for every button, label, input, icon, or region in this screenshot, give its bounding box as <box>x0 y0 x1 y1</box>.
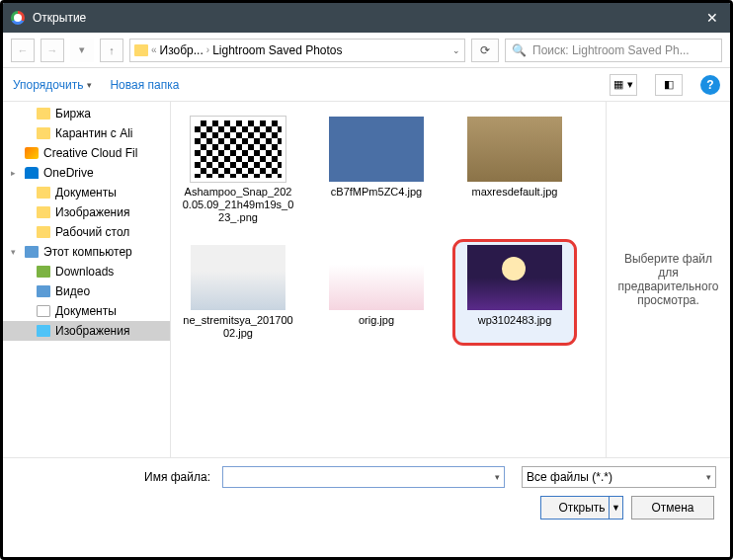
new-folder-button[interactable]: Новая папка <box>110 78 179 92</box>
title-bar: Открытие ✕ <box>3 3 730 33</box>
folder-icon <box>37 305 50 317</box>
sidebar-item[interactable]: ▾Этот компьютер <box>3 242 170 262</box>
toolbar: Упорядочить ▾ Новая папка ▦ ▾ ◧ ? <box>3 68 730 102</box>
sidebar-item-label: OneDrive <box>43 166 94 180</box>
file-label: maxresdefault.jpg <box>472 186 558 199</box>
sidebar-item-label: Downloads <box>55 265 114 279</box>
thumbnail-image <box>467 117 562 182</box>
thumbnail-image <box>329 245 424 310</box>
close-icon[interactable]: ✕ <box>702 10 722 26</box>
footer: Имя файла: ▾ Все файлы (*.*) ▾ Открыть ▼… <box>3 457 730 533</box>
sidebar-item[interactable]: Видео <box>3 281 170 301</box>
filename-input[interactable] <box>222 466 505 488</box>
thumbnail-image <box>191 245 285 310</box>
cancel-button[interactable]: Отмена <box>631 496 714 520</box>
breadcrumb[interactable]: « Изобр... › Lightroom Saved Photos ⌄ <box>129 39 465 62</box>
thumbnail-image <box>467 245 562 310</box>
refresh-button[interactable]: ⟳ <box>471 39 499 62</box>
chevron-down-icon: ▾ <box>706 472 711 482</box>
sidebar-item[interactable]: Downloads <box>3 262 170 281</box>
window-title: Открытие <box>33 11 702 25</box>
sidebar-item-label: Документы <box>55 304 117 318</box>
preview-text: Выберите файл для предварительного просм… <box>616 252 720 307</box>
organize-menu[interactable]: Упорядочить ▾ <box>13 78 92 92</box>
sidebar-item[interactable]: Документы <box>3 183 170 202</box>
file-thumbnail[interactable]: wp3102483.jpg <box>455 242 574 343</box>
file-thumbnail[interactable]: maxresdefault.jpg <box>455 114 574 228</box>
file-thumbnail[interactable]: Ashampoo_Snap_2020.05.09_21h49m19s_023_.… <box>179 114 297 228</box>
sidebar-item[interactable]: Изображения <box>3 321 170 341</box>
sidebar-item[interactable]: Карантин с Ali <box>3 123 170 143</box>
folder-icon <box>25 246 39 258</box>
sidebar-item-label: Документы <box>55 186 117 200</box>
folder-icon <box>25 147 39 159</box>
sidebar-item-label: Биржа <box>55 107 91 120</box>
sidebar-item[interactable]: Документы <box>3 301 170 321</box>
address-bar: ← → ▾ ↑ « Изобр... › Lightroom Saved Pho… <box>3 33 730 68</box>
recent-dropdown[interactable]: ▾ <box>70 39 94 62</box>
thumbnail-image <box>329 117 424 182</box>
folder-icon <box>37 325 50 337</box>
file-label: cB7fMPm5ZC4.jpg <box>331 186 422 199</box>
folder-icon <box>37 206 50 218</box>
chevron-left-icon: « <box>151 44 157 55</box>
sidebar: БиржаКарантин с AliCreative Cloud Fil▸On… <box>3 102 171 457</box>
search-icon: 🔍 <box>512 43 527 57</box>
view-mode-button[interactable]: ▦ ▾ <box>610 74 637 96</box>
sidebar-item[interactable]: ▸OneDrive <box>3 163 170 183</box>
file-thumbnail[interactable]: ne_stremitsya_20170002.jpg <box>179 242 297 343</box>
sidebar-item-label: Видео <box>55 284 90 298</box>
thumbnail-image <box>191 117 285 182</box>
file-thumbnail[interactable]: orig.jpg <box>317 242 436 343</box>
file-area: Ashampoo_Snap_2020.05.09_21h49m19s_023_.… <box>171 102 606 457</box>
chrome-icon <box>11 11 25 25</box>
preview-pane: Выберите файл для предварительного просм… <box>606 102 730 457</box>
filename-dropdown[interactable]: ▾ <box>495 472 500 482</box>
folder-icon <box>134 44 148 56</box>
folder-icon <box>37 187 50 199</box>
chevron-down-icon[interactable]: ⌄ <box>452 45 460 55</box>
search-placeholder: Поиск: Lightroom Saved Ph... <box>532 43 690 57</box>
sidebar-item-label: Этот компьютер <box>43 245 132 259</box>
expand-icon[interactable]: ▸ <box>11 168 16 178</box>
folder-icon <box>37 285 50 297</box>
file-label: wp3102483.jpg <box>478 314 552 327</box>
sidebar-item-label: Рабочий стол <box>55 225 129 239</box>
up-button[interactable]: ↑ <box>100 39 123 62</box>
filetype-label: Все файлы (*.*) <box>527 470 612 484</box>
organize-label: Упорядочить <box>13 78 83 92</box>
sidebar-item[interactable]: Биржа <box>3 104 170 123</box>
filetype-select[interactable]: Все файлы (*.*) ▾ <box>522 466 716 488</box>
sidebar-item-label: Creative Cloud Fil <box>43 146 137 160</box>
breadcrumb-part[interactable]: Изобр... <box>160 43 204 57</box>
expand-icon[interactable]: ▾ <box>11 247 16 257</box>
sidebar-item[interactable]: Рабочий стол <box>3 222 170 242</box>
chevron-down-icon: ▾ <box>87 80 92 90</box>
sidebar-item-label: Изображения <box>55 205 129 219</box>
help-icon[interactable]: ? <box>700 75 720 95</box>
file-thumbnail[interactable]: cB7fMPm5ZC4.jpg <box>317 114 436 228</box>
open-label: Открыть <box>558 501 605 515</box>
folder-icon <box>37 108 50 120</box>
back-button[interactable]: ← <box>11 39 35 62</box>
filename-label: Имя файла: <box>17 470 214 484</box>
file-label: Ashampoo_Snap_2020.05.09_21h49m19s_023_.… <box>182 186 294 225</box>
breadcrumb-part[interactable]: Lightroom Saved Photos <box>212 43 342 57</box>
forward-button[interactable]: → <box>41 39 64 62</box>
file-label: orig.jpg <box>359 314 394 327</box>
sidebar-item-label: Карантин с Ali <box>55 126 132 140</box>
open-button[interactable]: Открыть ▼ <box>540 496 623 520</box>
preview-pane-button[interactable]: ◧ <box>655 74 683 96</box>
search-input[interactable]: 🔍 Поиск: Lightroom Saved Ph... <box>505 39 722 62</box>
file-label: ne_stremitsya_20170002.jpg <box>182 314 294 340</box>
folder-icon <box>37 127 50 139</box>
open-split-dropdown[interactable]: ▼ <box>609 497 622 519</box>
chevron-right-icon: › <box>206 44 209 55</box>
folder-icon <box>37 226 50 238</box>
folder-icon <box>37 266 50 278</box>
sidebar-item[interactable]: Creative Cloud Fil <box>3 143 170 163</box>
sidebar-item[interactable]: Изображения <box>3 202 170 222</box>
sidebar-item-label: Изображения <box>55 324 129 338</box>
folder-icon <box>25 167 39 179</box>
